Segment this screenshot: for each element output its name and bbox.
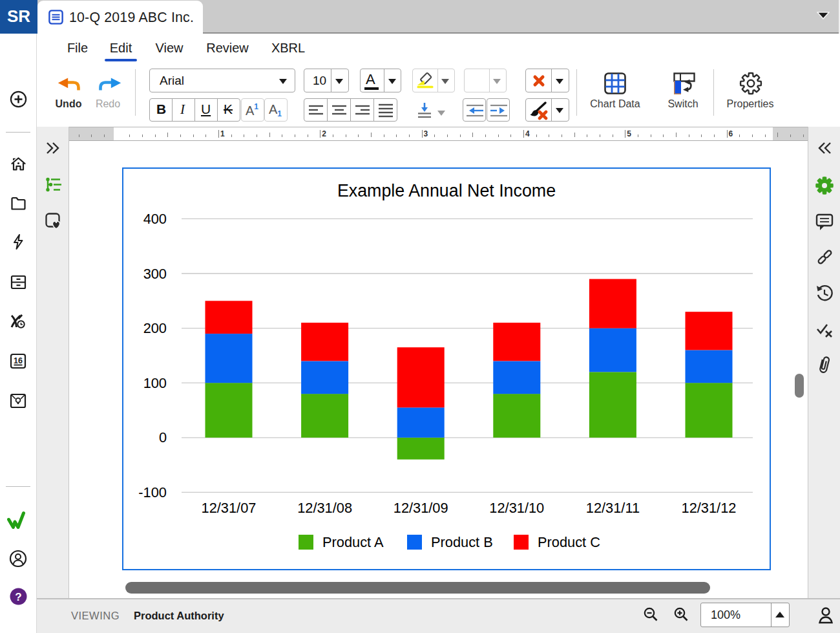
svg-text:12/31/08: 12/31/08 (297, 500, 352, 516)
svg-text:0: 0 (159, 429, 167, 445)
svg-text:16: 16 (14, 356, 23, 365)
svg-text:100: 100 (143, 375, 167, 391)
svg-text:-100: -100 (138, 484, 167, 500)
svg-text:12/31/10: 12/31/10 (489, 500, 544, 516)
svg-text:12/31/11: 12/31/11 (586, 500, 640, 516)
svg-text:?: ? (15, 591, 21, 603)
svg-text:Example Annual Net Income: Example Annual Net Income (337, 181, 556, 200)
svg-text:12/31/09: 12/31/09 (394, 500, 448, 516)
svg-text:400: 400 (143, 211, 167, 227)
svg-text:300: 300 (143, 266, 167, 282)
svg-text:Product B: Product B (431, 534, 493, 550)
svg-text:12/31/12: 12/31/12 (682, 500, 737, 516)
svg-text:12/31/07: 12/31/07 (202, 500, 257, 516)
svg-text:Product C: Product C (538, 534, 600, 550)
svg-text:Product A: Product A (322, 534, 384, 550)
svg-text:200: 200 (143, 320, 167, 336)
